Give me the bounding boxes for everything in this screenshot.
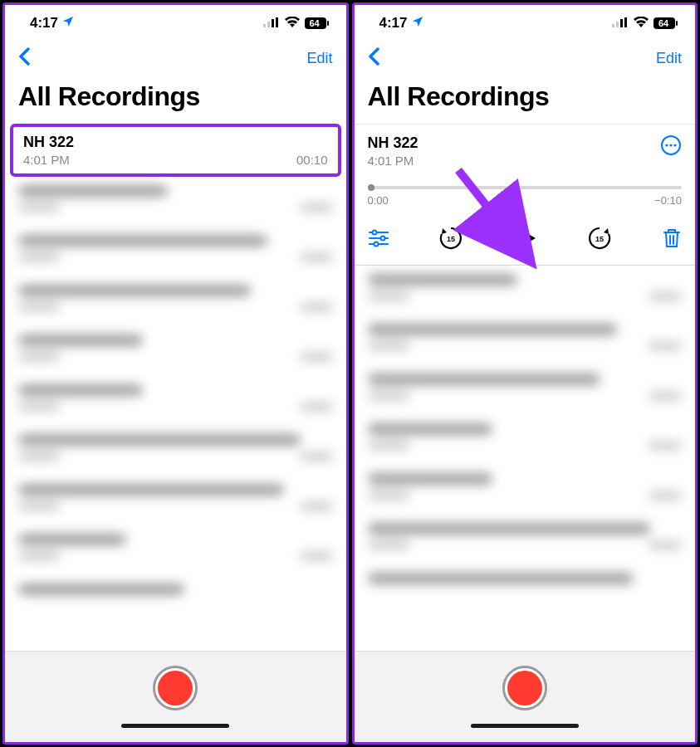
edit-button[interactable]: Edit — [306, 50, 332, 67]
status-right: 64 — [263, 16, 330, 31]
battery-icon: 64 — [305, 17, 330, 29]
svg-rect-0 — [263, 24, 266, 27]
svg-point-13 — [665, 144, 668, 146]
skip-forward-15-button[interactable]: 15 — [586, 225, 613, 251]
blurred-list — [5, 177, 346, 651]
status-time: 4:17 — [30, 15, 58, 32]
page-title: All Recordings — [5, 75, 346, 124]
svg-rect-8 — [620, 19, 623, 27]
svg-rect-1 — [267, 22, 270, 27]
cellular-icon — [612, 16, 629, 31]
svg-rect-9 — [624, 17, 627, 27]
svg-rect-3 — [276, 17, 278, 27]
svg-text:15: 15 — [447, 235, 455, 243]
back-button[interactable] — [368, 47, 379, 69]
record-button[interactable] — [502, 666, 547, 710]
back-button[interactable] — [18, 47, 30, 69]
elapsed-time: 0:00 — [368, 194, 389, 207]
blurred-list — [355, 266, 696, 651]
nav-bar: Edit — [355, 42, 696, 75]
skip-back-15-button[interactable]: 15 — [438, 225, 464, 251]
record-bar — [5, 651, 346, 742]
phone-left: 4:17 64 Edit All Recordings NH 322 — [2, 2, 349, 745]
more-button[interactable] — [660, 134, 682, 159]
recording-duration: 00:10 — [296, 153, 328, 167]
svg-point-19 — [372, 231, 376, 235]
record-icon — [507, 671, 542, 706]
home-indicator[interactable] — [471, 724, 579, 728]
location-icon — [411, 15, 424, 32]
nav-bar: Edit — [5, 42, 346, 75]
svg-rect-11 — [676, 21, 678, 26]
wifi-icon — [285, 16, 300, 31]
playback-options-button[interactable] — [368, 229, 389, 247]
recording-time: 4:01 PM — [368, 154, 419, 168]
play-button[interactable] — [513, 226, 538, 251]
recording-expanded: NH 322 4:01 PM 0:00 −0:10 15 — [355, 124, 696, 266]
svg-rect-2 — [272, 19, 274, 27]
svg-point-21 — [374, 242, 378, 247]
svg-point-20 — [380, 237, 384, 241]
status-time: 4:17 — [379, 15, 408, 32]
phone-right: 4:17 64 Edit All Recordings — [352, 2, 698, 745]
svg-point-14 — [669, 144, 672, 146]
svg-text:15: 15 — [595, 235, 604, 243]
recording-time: 4:01 PM — [23, 153, 70, 167]
delete-button[interactable] — [662, 227, 682, 249]
record-button[interactable] — [153, 666, 198, 710]
wifi-icon — [634, 16, 649, 31]
annotation-arrow-icon — [450, 162, 550, 270]
battery-icon: 64 — [653, 17, 678, 29]
recording-title: NH 322 — [23, 134, 328, 151]
record-icon — [158, 671, 193, 706]
recording-row-selected[interactable]: NH 322 4:01 PM 00:10 — [10, 124, 341, 177]
status-bar: 4:17 64 — [355, 5, 696, 42]
status-bar: 4:17 64 — [5, 5, 346, 42]
playback-scrubber[interactable]: 0:00 −0:10 — [368, 186, 683, 207]
remaining-time: −0:10 — [654, 194, 682, 207]
record-bar — [355, 651, 696, 742]
page-title: All Recordings — [355, 75, 696, 124]
edit-button[interactable]: Edit — [656, 50, 682, 67]
location-icon — [61, 15, 75, 32]
svg-rect-5 — [327, 21, 329, 26]
svg-rect-7 — [616, 22, 619, 27]
svg-point-15 — [673, 144, 676, 146]
svg-rect-6 — [612, 24, 614, 27]
recording-title: NH 322 — [368, 134, 419, 152]
cellular-icon — [263, 16, 280, 31]
status-right: 64 — [612, 16, 678, 31]
home-indicator[interactable] — [121, 724, 229, 728]
